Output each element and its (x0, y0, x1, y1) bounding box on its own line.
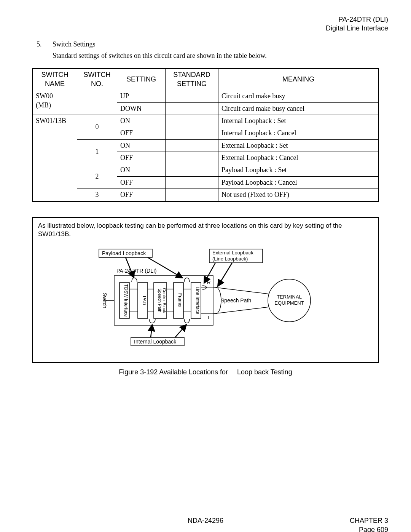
cell-switch-no: 3 (77, 189, 117, 201)
label-pad: PAD (142, 296, 147, 305)
label-tdsw: TDSW Interface (123, 284, 129, 317)
label-card-title: PA-24 DTR (DLI) (116, 268, 157, 274)
label-r: R (207, 280, 210, 285)
cell-meaning: Circuit card make busy (218, 90, 379, 102)
cell-setting: ON (117, 139, 166, 152)
cell-meaning: Internal Loopback : Set (218, 115, 379, 127)
cell-setting: UP (117, 90, 166, 102)
label-external-loopback-l1: External Loopback (212, 250, 253, 256)
section-intro: Standard settings of switches on this ci… (53, 51, 388, 61)
cell-std (166, 139, 218, 152)
cell-std (166, 164, 218, 176)
table-row: SW01/13B 0 ON Internal Loopback : Set (32, 115, 379, 127)
cell-setting: OFF (117, 152, 166, 164)
cell-std (166, 189, 218, 201)
cell-std (166, 152, 218, 164)
th-meaning: MEANING (218, 69, 379, 90)
cell-switch-no: 1 (77, 139, 117, 164)
cell-setting: OFF (117, 189, 166, 201)
cell-switch-no (77, 90, 117, 115)
figure-caption-left: Figure 3-192 Available Locations for (119, 368, 228, 376)
cell-std (166, 176, 218, 189)
label-payload-loopback: Payload Loopback (102, 250, 146, 256)
svg-line-25 (218, 263, 232, 286)
cell-meaning: Payload Loopback : Set (218, 164, 379, 176)
svg-line-20 (213, 287, 269, 294)
switch-settings-table: SWITCH NAME SWITCH NO. SETTING STANDARD … (32, 68, 379, 201)
section-number: 5. (37, 40, 53, 49)
footer-chapter: CHAPTER 3 (350, 516, 388, 525)
footer-doc-no: NDA-24296 (23, 516, 388, 525)
cell-switch-no: 0 (77, 115, 117, 139)
label-external-loopback-l2: (Line Loopback) (212, 256, 248, 262)
svg-line-28 (175, 324, 186, 337)
label-t: T (207, 315, 210, 320)
table-row: SW00(MB) UP Circuit card make busy (32, 90, 379, 102)
page: PA-24DTR (DLI) Digital Line Interface 5.… (0, 0, 411, 532)
th-setting: SETTING (117, 69, 166, 90)
cell-meaning: Not used (Fixed to OFF) (218, 189, 379, 201)
svg-line-27 (151, 324, 152, 337)
figure-caption: Figure 3-192 Available Locations forLoop… (23, 368, 388, 376)
figure-intro: As illustrated below, loopback testing c… (38, 222, 373, 238)
label-speech-path: Speech Path (221, 297, 251, 304)
figure-box: As illustrated below, loopback testing c… (32, 217, 379, 363)
footer-page: Page 609 (350, 525, 388, 532)
cell-setting: DOWN (117, 102, 166, 115)
cell-meaning: External Loopback : Set (218, 139, 379, 152)
cell-meaning: Payload Loopback : Cancel (218, 176, 379, 189)
svg-line-21 (213, 307, 269, 314)
cell-std (166, 102, 218, 115)
cell-meaning: Internal Loopback : Cancel (218, 127, 379, 139)
label-spcb-l1: Speech Path (158, 288, 162, 312)
th-switch-name: SWITCH NAME (32, 69, 77, 90)
th-switch-no: SWITCH NO. (77, 69, 117, 90)
label-terminal-l2: EQUIPMENT (274, 300, 304, 306)
figure-caption-right: Loop back Testing (237, 368, 292, 376)
label-terminal-l1: TERMINAL (277, 294, 302, 300)
cell-std (166, 90, 218, 102)
cell-std (166, 115, 218, 127)
cell-setting: ON (117, 115, 166, 127)
label-internal-loopback: Internal Loopback (134, 339, 177, 345)
page-header: PA-24DTR (DLI) Digital Line Interface (23, 15, 388, 33)
cell-meaning: External Loopback : Cancel (218, 152, 379, 164)
section-title: Switch Settings (53, 40, 96, 49)
header-line1: PA-24DTR (DLI) (23, 15, 388, 24)
table-row: 1 ON External Loopback : Set (32, 139, 379, 152)
cell-setting: OFF (117, 176, 166, 189)
figure-diagram: Payload Loopback External Loopback (Line… (38, 241, 373, 358)
cell-setting: ON (117, 164, 166, 176)
cell-setting: OFF (117, 127, 166, 139)
label-line-if: Line Interface (195, 286, 200, 314)
table-row: 3 OFF Not used (Fixed to OFF) (32, 189, 379, 201)
cell-switch-name: SW00(MB) (32, 90, 77, 115)
label-framer: Framer (177, 293, 183, 308)
cell-switch-name: SW01/13B (32, 115, 77, 201)
label-spcb-l2: Control Block (162, 288, 167, 313)
section-heading: 5. Switch Settings (37, 40, 388, 49)
th-std-setting: STANDARD SETTING (166, 69, 218, 90)
header-line2: Digital Line Interface (23, 24, 388, 33)
table-row: 2 ON Payload Loopback : Set (32, 164, 379, 176)
cell-meaning: Circuit card make busy cancel (218, 102, 379, 115)
cell-std (166, 127, 218, 139)
cell-switch-no: 2 (77, 164, 117, 189)
